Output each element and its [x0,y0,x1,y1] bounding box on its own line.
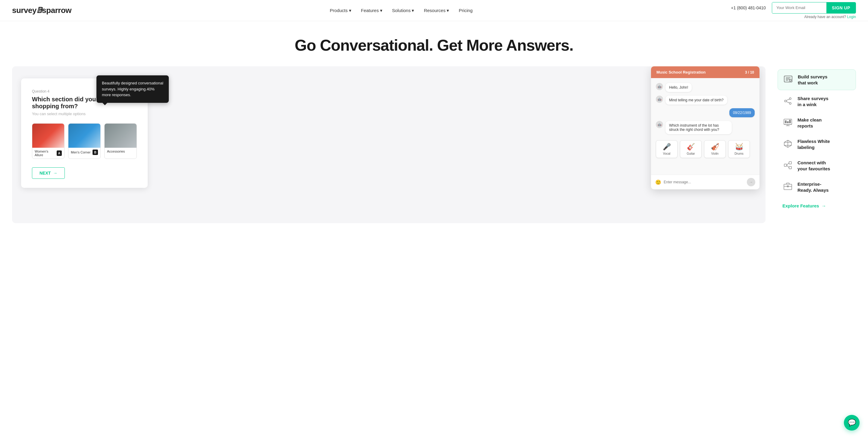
chat-options: 🎤 Vocal 🎸 Guitar 🎻 Violin 🥁 Drums [656,138,755,160]
svg-point-7 [789,103,791,104]
connect-favourites-icon [782,160,793,171]
svg-rect-16 [789,120,790,123]
survey-chat-card: Music School Registration 3 / 10 🤖 Hello… [651,66,760,189]
option-women-key: A [57,150,62,156]
option-men-label: Men's Corner [71,150,91,154]
feature-share-surveys-label: Share surveysin a wink [798,95,829,107]
nav-pricing[interactable]: Pricing [459,8,472,13]
feature-connect-favourites-label: Connect withyour favourites [798,160,830,172]
chat-option-vocal[interactable]: 🎤 Vocal [656,140,678,158]
bot-avatar-1: 🤖 [656,83,663,90]
drums-label: Drums [732,152,747,155]
signup-button[interactable]: SIGN UP [827,2,856,13]
svg-rect-15 [787,121,788,123]
vocal-label: Vocal [659,152,674,155]
tooltip-bubble: Beautifully designed conversational surv… [96,76,169,103]
chevron-down-icon: ▾ [412,8,414,13]
option-women[interactable]: Women's Allure A [32,123,64,159]
nav-right: +1 (800) 481-0410 SIGN UP Already have a… [731,2,856,19]
chat-input[interactable] [664,180,744,184]
feature-clean-reports-label: Make cleanreports [798,117,822,129]
svg-rect-4 [789,79,791,81]
option-men[interactable]: Men's Corner B [68,123,101,159]
chat-message-4: 🤖 Which instrument of the lot has struck… [656,121,755,134]
feature-enterprise[interactable]: Enterprise-Ready. Always [778,177,856,197]
chat-header: Music School Registration 3 / 10 [651,66,760,78]
explore-features-label: Explore Features [782,203,819,208]
email-input[interactable] [772,2,827,13]
explore-features-link[interactable]: Explore Features → [778,203,856,208]
option-accessories-label: Accessories [107,150,125,153]
bot-message-2: Mind telling me your date of birth? [665,95,727,105]
chat-message-2: 🤖 Mind telling me your date of birth? [656,95,755,105]
feature-clean-reports[interactable]: Make cleanreports [778,113,856,133]
feature-share-surveys[interactable]: Share surveysin a wink [778,91,856,112]
chat-option-guitar[interactable]: 🎸 Guitar [680,140,702,158]
login-link[interactable]: Login [847,15,856,19]
feature-build-surveys[interactable]: Build surveysthat work [778,69,856,90]
build-surveys-icon [783,74,794,85]
navbar: survey𝔹sparrow Products ▾ Features ▾ Sol… [0,0,868,21]
smile-icon: 🙂 [655,179,661,185]
features-panel: Build surveysthat work Share surveysin a… [778,66,856,208]
clean-reports-icon [782,117,793,128]
send-icon: → [749,180,753,184]
option-women-label: Women's Allure [35,150,57,157]
svg-point-5 [784,100,786,102]
bot-message-3: Which instrument of the lot has struck t… [665,121,732,134]
nav-features[interactable]: Features ▾ [361,8,382,13]
svg-line-21 [786,165,789,168]
hero-section: Go Conversational. Get More Answers. [0,21,868,60]
white-labeling-icon [782,138,793,149]
option-women-image [32,124,64,148]
main-content: Beautifully designed conversational surv… [0,60,868,235]
arrow-right-icon: → [822,203,826,208]
svg-rect-19 [789,167,792,169]
vocal-icon: 🎤 [659,143,674,151]
logo[interactable]: survey𝔹sparrow [12,6,71,15]
option-men-key: B [93,150,98,155]
chat-message-1: 🤖 Hello, John! [656,83,755,92]
nav-resources[interactable]: Resources ▾ [424,8,449,13]
feature-white-labeling[interactable]: Flawless Whitelabeling [778,134,856,154]
feature-connect-favourites[interactable]: Connect withyour favourites [778,155,856,176]
hero-title: Go Conversational. Get More Answers. [12,36,856,54]
nav-solutions[interactable]: Solutions ▾ [392,8,414,13]
send-button[interactable]: → [747,178,755,186]
svg-line-20 [786,163,789,165]
svg-line-9 [786,101,789,103]
chevron-down-icon: ▾ [380,8,382,13]
chevron-down-icon: ▾ [447,8,449,13]
options-row: Women's Allure A Men's Corner B Accessor… [32,123,137,159]
guitar-icon: 🎸 [683,143,698,151]
next-button[interactable]: NEXT → [32,167,65,179]
already-account-text: Already have an account? Login [804,15,856,19]
guitar-label: Guitar [683,152,698,155]
feature-build-surveys-label: Build surveysthat work [798,74,827,86]
bot-message-1: Hello, John! [665,83,692,92]
nav-links: Products ▾ Features ▾ Solutions ▾ Resour… [330,8,472,13]
share-surveys-icon [782,95,793,107]
chat-body: 🤖 Hello, John! 🤖 Mind telling me your da… [651,78,760,175]
option-men-image [68,124,101,148]
chat-option-violin[interactable]: 🎻 Violin [704,140,726,158]
chat-title: Music School Registration [656,70,706,75]
svg-point-6 [789,98,791,99]
chat-message-3: 09/22/1989 [656,108,755,117]
svg-rect-18 [789,162,792,164]
chat-input-row: 🙂 → [651,175,760,189]
nav-products[interactable]: Products ▾ [330,8,351,13]
chat-progress: 3 / 10 [745,70,754,75]
svg-line-8 [786,99,789,100]
question-subtitle: You can select multiple options [32,112,137,116]
feature-enterprise-label: Enterprise-Ready. Always [798,181,829,193]
chat-option-drums[interactable]: 🥁 Drums [728,140,750,158]
arrow-right-icon: → [53,171,57,175]
svg-rect-14 [785,121,786,123]
logo-text: survey𝔹sparrow [12,6,71,15]
bot-avatar-3: 🤖 [656,121,663,128]
chevron-down-icon: ▾ [349,8,351,13]
violin-label: Violin [707,152,722,155]
user-message-1: 09/22/1989 [730,108,755,117]
option-accessories[interactable]: Accessories [104,123,137,159]
